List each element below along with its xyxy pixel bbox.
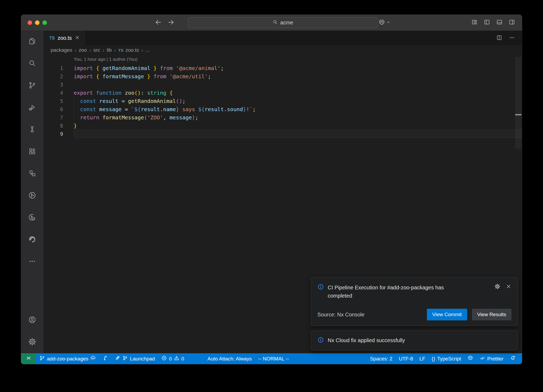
inline-blame-annotation: You, 1 hour ago | 1 author (You) <box>43 55 522 64</box>
search-button[interactable] <box>21 53 43 75</box>
status-copilot-status[interactable] <box>464 353 476 364</box>
gear-icon <box>28 338 36 347</box>
status-problems-label: 0 <box>181 356 184 362</box>
accounts-button[interactable] <box>21 309 43 331</box>
status-language-mode[interactable]: {}TypeScript <box>428 353 464 364</box>
files-icon <box>28 37 36 46</box>
status-remote-indicator[interactable] <box>21 353 36 364</box>
close-tab-icon[interactable] <box>75 35 80 41</box>
breadcrumb-item-zoo[interactable]: zoo <box>79 47 87 53</box>
status-encoding-label: UTF-8 <box>399 356 413 362</box>
breadcrumb-item-packages[interactable]: packages <box>51 47 72 53</box>
status-formatter-prettier[interactable]: Prettier <box>476 353 507 364</box>
additional-views-button[interactable] <box>21 251 43 273</box>
window-controls <box>28 15 47 31</box>
project-graph-icon <box>28 169 36 178</box>
breadcrumb-item-src[interactable]: src <box>93 47 100 53</box>
source-control-button[interactable] <box>21 75 43 97</box>
breadcrumb-separator: › <box>141 47 143 53</box>
line-number[interactable]: 1 <box>43 65 63 71</box>
explorer-button[interactable] <box>21 31 43 53</box>
settings-button[interactable] <box>21 331 43 353</box>
status-source-control-graph[interactable] <box>99 353 111 364</box>
branch-small-icon <box>122 355 128 362</box>
layout-controls <box>471 15 515 31</box>
line-number[interactable]: 6 <box>43 106 63 112</box>
project-graph-button[interactable] <box>21 163 43 185</box>
breadcrumb-item-file[interactable]: TSzoo.ts <box>118 47 139 53</box>
info-icon <box>317 337 324 344</box>
back-arrow-icon[interactable] <box>155 19 162 27</box>
edge-tools-button[interactable] <box>21 229 43 251</box>
code-line-9[interactable]: 9 <box>43 130 522 138</box>
command-center-search[interactable]: acme <box>188 17 378 28</box>
line-number[interactable]: 9 <box>43 131 63 137</box>
status-encoding[interactable]: UTF-8 <box>396 353 416 364</box>
copilot-menu-button[interactable] <box>378 15 390 31</box>
close-window-button[interactable] <box>28 20 32 25</box>
status-gitlens-launchpad-label: Launchpad <box>130 356 155 362</box>
double-check-icon <box>480 355 485 362</box>
status-problems[interactable]: 00 <box>158 353 187 364</box>
code-line-3[interactable]: 3 <box>43 80 522 89</box>
beaker-icon <box>28 125 36 134</box>
toggle-secondary-sidebar-button[interactable] <box>509 19 515 27</box>
status-branch-publish-label: add-zoo-packages <box>47 356 88 362</box>
status-indentation-label: Spaces: 2 <box>370 356 392 362</box>
info-icon <box>317 284 324 291</box>
status-eol[interactable]: LF <box>416 353 428 364</box>
code-line-1[interactable]: 1import { getRandomAnimal } from '@acme/… <box>43 64 522 72</box>
more-editor-actions-icon[interactable] <box>509 34 515 42</box>
status-auto-attach-label: Auto Attach: Always <box>208 356 252 362</box>
testing-button[interactable] <box>21 119 43 141</box>
status-indentation[interactable]: Spaces: 2 <box>367 353 396 364</box>
breadcrumb-separator: › <box>103 47 104 53</box>
breadcrumb-overflow[interactable]: ... <box>146 47 150 53</box>
breadcrumb-separator: › <box>89 47 91 53</box>
line-number[interactable]: 2 <box>43 73 63 79</box>
status-notifications-bell[interactable] <box>507 353 519 364</box>
run-and-debug-button[interactable] <box>21 97 43 119</box>
toggle-primary-sidebar-button[interactable] <box>484 19 490 27</box>
status-vim-mode[interactable]: -- NORMAL -- <box>255 353 292 364</box>
line-number[interactable]: 8 <box>43 123 63 129</box>
zoom-window-button[interactable] <box>42 20 47 25</box>
minimize-window-button[interactable] <box>35 20 40 25</box>
code-line-5[interactable]: 5 const result = getRandomAnimal(); <box>43 97 522 105</box>
tab-zoo-ts[interactable]: TS zoo.ts <box>43 31 85 45</box>
notification-settings-gear-icon[interactable] <box>494 284 500 290</box>
status-formatter-prettier-label: Prettier <box>487 356 503 362</box>
notification-toast-nx-cloud-fix: Nx Cloud fix applied successfully <box>311 330 518 350</box>
line-number[interactable]: 5 <box>43 98 63 104</box>
extensions-button[interactable] <box>21 141 43 163</box>
cloud-upload-icon <box>90 355 96 362</box>
line-number[interactable]: 3 <box>43 82 63 88</box>
rocket-icon <box>115 355 120 362</box>
code-line-4[interactable]: 4export function zoo(): string { <box>43 89 522 97</box>
commit-graph-icon <box>102 355 108 362</box>
forward-arrow-icon[interactable] <box>168 19 174 27</box>
view-results-button[interactable]: View Results <box>472 309 511 320</box>
status-auto-attach[interactable]: Auto Attach: Always <box>204 353 255 364</box>
tab-bar: TS zoo.ts <box>43 31 522 45</box>
view-commit-button[interactable]: View Commit <box>427 309 467 320</box>
breadcrumb-item-lib[interactable]: lib <box>107 47 112 53</box>
code-line-2[interactable]: 2import { formatMessage } from '@acme/ut… <box>43 72 522 80</box>
search-value: acme <box>280 20 293 26</box>
line-number[interactable]: 7 <box>43 115 63 120</box>
code-line-8[interactable]: 8} <box>43 121 522 130</box>
customize-layout-button[interactable] <box>471 19 478 27</box>
nx-cloud-button[interactable] <box>21 207 43 229</box>
nx-console-button[interactable] <box>21 185 43 207</box>
code-line-6[interactable]: 6 const message = `${result.name} says $… <box>43 105 522 113</box>
notification-close-icon[interactable] <box>506 284 511 290</box>
toggle-panel-button[interactable] <box>496 19 503 27</box>
notification-center: CI Pipeline Execution for #add-zoo-packa… <box>311 277 518 350</box>
line-number[interactable]: 4 <box>43 90 63 96</box>
chevron-down-icon <box>386 20 390 25</box>
status-gitlens-launchpad[interactable]: Launchpad <box>111 353 158 364</box>
code-line-7[interactable]: 7 return formatMessage('ZOO', message); <box>43 113 522 121</box>
split-editor-icon[interactable] <box>496 34 502 42</box>
status-branch-publish[interactable]: add-zoo-packages <box>36 353 99 364</box>
editor-scrollbar[interactable] <box>515 57 522 149</box>
